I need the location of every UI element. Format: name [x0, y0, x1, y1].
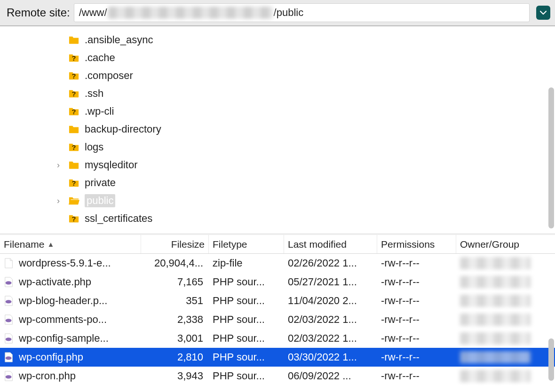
tree-item-label: private [85, 177, 116, 189]
file-name-cell: wordpress-5.9.1-e... [0, 254, 141, 273]
sort-ascending-icon: ▲ [47, 240, 54, 248]
file-name-cell: wp-activate.php [0, 273, 141, 291]
file-permissions-cell: -rw-r--r-- [377, 367, 456, 385]
tree-item-label: .composer [85, 70, 133, 82]
tree-item-backup-directory[interactable]: ›backup-directory [0, 120, 555, 138]
file-name-cell: wp-blog-header.p... [0, 291, 141, 310]
file-size-cell: 2,338 [141, 310, 209, 329]
document-icon [4, 258, 14, 269]
file-type-cell: PHP sour... [209, 367, 284, 385]
owner-redacted [460, 314, 531, 326]
file-owner-cell [456, 291, 541, 310]
folder-q-icon [68, 213, 80, 224]
tree-item-logs[interactable]: ›logs [0, 138, 555, 156]
file-permissions-cell: -rw-r--r-- [377, 310, 456, 329]
path-redacted [108, 7, 273, 19]
disclosure-triangle-icon[interactable]: › [54, 196, 63, 206]
tree-item-mysqleditor[interactable]: ›mysqleditor [0, 156, 555, 174]
php-file-icon [4, 276, 14, 288]
php-file-icon [4, 352, 14, 363]
folder-q-icon [68, 71, 80, 81]
remote-path-input[interactable]: /www/ /public [74, 3, 530, 22]
tree-item--composer[interactable]: ›.composer [0, 67, 555, 85]
owner-redacted [460, 351, 531, 363]
remote-site-label: Remote site: [7, 6, 70, 19]
file-name: wp-config.php [19, 351, 83, 363]
file-name-cell: wp-config.php [0, 348, 141, 367]
php-file-icon [4, 370, 14, 382]
file-owner-cell [456, 367, 541, 385]
file-size-cell: 2,810 [141, 348, 209, 367]
tree-item-label: logs [85, 141, 103, 153]
file-name: wp-cron.php [19, 370, 76, 382]
file-size-cell: 351 [141, 291, 209, 310]
file-type-cell: PHP sour... [209, 273, 284, 291]
file-modified-cell: 03/30/2022 1... [284, 348, 377, 367]
path-prefix: /www/ [79, 7, 107, 19]
file-name: wp-config-sample... [19, 332, 109, 345]
php-file-icon [4, 295, 14, 306]
tree-scrollbar-thumb[interactable] [548, 87, 554, 228]
file-size-cell: 3,943 [141, 367, 209, 385]
folder-icon [68, 160, 80, 170]
tree-item-private[interactable]: ›private [0, 174, 555, 192]
file-modified-cell: 11/04/2020 2... [284, 291, 377, 310]
folder-q-icon [68, 142, 80, 152]
tree-item--cache[interactable]: ›.cache [0, 49, 555, 67]
tree-item--ssh[interactable]: ›.ssh [0, 85, 555, 102]
folder-q-icon [68, 88, 80, 99]
file-size-cell: 20,904,4... [141, 254, 209, 273]
disclosure-triangle-icon[interactable]: › [54, 160, 63, 170]
file-modified-cell: 06/09/2022 ... [284, 367, 377, 385]
file-name: wp-blog-header.p... [19, 295, 107, 307]
file-row[interactable]: wp-comments-po...2,338PHP sour...02/03/2… [0, 310, 555, 329]
file-name: wp-activate.php [19, 276, 91, 288]
tree-item-label: mysqleditor [85, 159, 137, 171]
tree-item-label: backup-directory [85, 123, 161, 135]
file-owner-cell [456, 273, 541, 291]
tree-item-label: .cache [85, 52, 115, 64]
column-header-filesize[interactable]: Filesize [141, 235, 209, 253]
file-scrollbar-thumb[interactable] [548, 338, 554, 381]
file-size-cell: 7,165 [141, 273, 209, 291]
file-name-cell: wp-cron.php [0, 367, 141, 385]
file-modified-cell: 05/27/2021 1... [284, 273, 377, 291]
folder-q-icon [68, 106, 80, 117]
column-header-filetype[interactable]: Filetype [209, 235, 284, 253]
php-file-icon [4, 314, 14, 325]
file-row[interactable]: wp-cron.php3,943PHP sour...06/09/2022 ..… [0, 367, 555, 385]
file-name-cell: wp-config-sample... [0, 329, 141, 348]
path-dropdown-button[interactable] [536, 6, 550, 20]
file-modified-cell: 02/03/2022 1... [284, 329, 377, 348]
tree-item--wp-cli[interactable]: ›.wp-cli [0, 102, 555, 120]
owner-redacted [460, 276, 531, 288]
file-permissions-cell: -rw-r--r-- [377, 329, 456, 348]
file-row[interactable]: wp-config-sample...3,001PHP sour...02/03… [0, 329, 555, 348]
tree-item-label: .ansible_async [85, 34, 153, 46]
file-permissions-cell: -rw-r--r-- [377, 291, 456, 310]
file-row[interactable]: wp-config.php2,810PHP sour...03/30/2022 … [0, 348, 555, 367]
folder-icon [68, 35, 80, 45]
file-name: wordpress-5.9.1-e... [19, 257, 111, 269]
file-owner-cell [456, 329, 541, 348]
file-type-cell: PHP sour... [209, 310, 284, 329]
file-name-cell: wp-comments-po... [0, 310, 141, 329]
php-file-icon [4, 333, 14, 344]
file-owner-cell [456, 348, 541, 367]
column-header-owner[interactable]: Owner/Group [456, 235, 541, 253]
file-modified-cell: 02/03/2022 1... [284, 310, 377, 329]
owner-redacted [460, 332, 531, 345]
file-owner-cell [456, 254, 541, 273]
column-header-filename[interactable]: Filename ▲ [0, 235, 141, 253]
file-row[interactable]: wp-activate.php7,165PHP sour...05/27/202… [0, 273, 555, 291]
file-row[interactable]: wp-blog-header.p...351PHP sour...11/04/2… [0, 291, 555, 310]
file-row[interactable]: wordpress-5.9.1-e...20,904,4...zip-file0… [0, 254, 555, 273]
column-header-permissions[interactable]: Permissions [377, 235, 456, 253]
tree-item-ssl-certificates[interactable]: ›ssl_certificates [0, 210, 555, 227]
tree-item-public[interactable]: ›public [0, 192, 555, 210]
folder-q-icon [68, 178, 80, 188]
file-size-cell: 3,001 [141, 329, 209, 348]
tree-item--ansible-async[interactable]: ›.ansible_async [0, 31, 555, 49]
tree-item-label: .ssh [85, 87, 103, 100]
column-header-lastmodified[interactable]: Last modified [284, 235, 377, 253]
